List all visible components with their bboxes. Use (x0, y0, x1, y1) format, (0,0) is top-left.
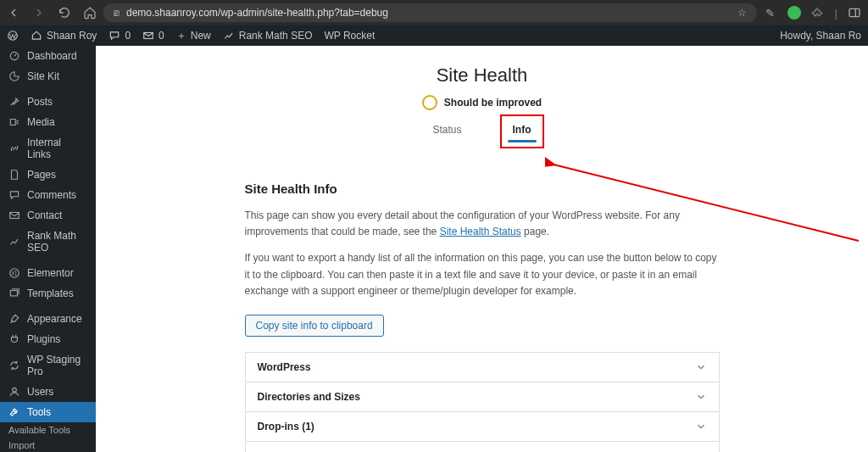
comment-icon (8, 189, 20, 201)
chevron-down-icon (695, 421, 707, 432)
sidebar-item-elementor[interactable]: Elementor (0, 263, 96, 283)
sidebar-item-dashboard[interactable]: Dashboard (0, 46, 96, 66)
sidebar-item-sitekit[interactable]: Site Kit (0, 66, 96, 86)
page-title: Site Health (96, 46, 868, 95)
intro-paragraph-1: This page can show you every detail abou… (245, 208, 720, 240)
adminbar-mail[interactable]: 0 (142, 30, 164, 42)
sidebar-sub-available[interactable]: Available Tools (0, 422, 96, 438)
pencil-icon[interactable]: ✎ (764, 6, 777, 20)
sidebar-item-internallinks[interactable]: Internal Links (0, 132, 96, 165)
mail-icon (8, 209, 20, 221)
intro-paragraph-2: If you want to export a handy list of al… (245, 250, 720, 299)
page-icon (8, 169, 20, 181)
bookmark-star-icon[interactable]: ☆ (737, 7, 747, 19)
adminbar-left: Shaan Roy 0 0 ＋New Rank Math SEO WP Rock… (7, 29, 375, 43)
panel-icon[interactable] (848, 6, 861, 20)
sidebar-item-templates[interactable]: Templates (0, 283, 96, 304)
comment-icon (108, 30, 120, 42)
content-scroll[interactable]: Site Health Should be improved Status In… (96, 46, 868, 452)
link-icon (8, 142, 20, 154)
content-area: Help ▼ Site Health Should be improved St… (96, 46, 868, 452)
sidebar-item-users[interactable]: Users (0, 382, 96, 402)
tab-info[interactable]: Info (504, 119, 540, 144)
chart-icon (8, 236, 20, 248)
accordion: WordPress Directories and Sizes Drop-ins… (245, 352, 720, 452)
tab-status[interactable]: Status (424, 119, 470, 144)
body-block: Site Health Info This page can show you … (245, 181, 720, 452)
pin-icon (8, 96, 20, 108)
sidebar-item-media[interactable]: Media (0, 112, 96, 132)
templates-icon (8, 287, 20, 299)
browser-nav (7, 6, 97, 20)
accordion-directories[interactable]: Directories and Sizes (246, 382, 719, 412)
svg-rect-0 (849, 8, 860, 16)
adminbar-howdy[interactable]: Howdy, Shaan Ro (780, 30, 861, 42)
plug-icon (8, 333, 20, 345)
accordion-dropins[interactable]: Drop-ins (1) (246, 412, 719, 442)
section-heading: Site Health Info (245, 181, 720, 196)
adminbar-site[interactable]: Shaan Roy (31, 30, 97, 42)
forward-icon[interactable] (32, 6, 46, 20)
address-bar[interactable]: ⎚ demo.shaanroy.com/wp-admin/site-health… (103, 3, 757, 22)
back-icon[interactable] (7, 6, 20, 20)
sidebar-item-posts[interactable]: Posts (0, 92, 96, 112)
sitekit-icon (8, 70, 20, 82)
elementor-icon (8, 267, 20, 279)
sidebar-item-wpstaging[interactable]: WP Staging Pro (0, 349, 96, 382)
status-text: Should be improved (444, 97, 542, 109)
sidebar-item-contact[interactable]: Contact (0, 205, 96, 226)
adminbar-new[interactable]: ＋New (176, 29, 211, 43)
chart-icon (223, 30, 235, 42)
sidebar-item-appearance[interactable]: Appearance (0, 309, 96, 329)
home-icon[interactable] (83, 6, 97, 20)
adminbar-comments[interactable]: 0 (108, 30, 131, 42)
svg-point-6 (10, 269, 19, 278)
adminbar-wprocket[interactable]: WP Rocket (324, 30, 375, 42)
wrench-icon (8, 406, 20, 418)
puzzle-icon[interactable] (811, 6, 825, 20)
chevron-down-icon (695, 361, 707, 373)
site-info-icon[interactable]: ⎚ (114, 8, 120, 18)
svg-point-2 (8, 31, 18, 41)
sidebar-item-rankmath[interactable]: Rank Math SEO (0, 226, 96, 258)
wp-wrap: Dashboard Site Kit Posts Media Internal … (0, 46, 868, 452)
home-icon (31, 30, 42, 42)
sidebar-item-tools[interactable]: Tools (0, 402, 96, 422)
mail-icon (142, 30, 154, 42)
accordion-active-theme[interactable]: Active Theme (246, 442, 719, 452)
sidebar-item-pages[interactable]: Pages (0, 165, 96, 185)
chevron-down-icon (695, 391, 707, 403)
content-inner: Site Health Should be improved Status In… (96, 46, 868, 452)
browser-toolbar: ⎚ demo.shaanroy.com/wp-admin/site-health… (0, 0, 868, 25)
url-text: demo.shaanroy.com/wp-admin/site-health.p… (126, 7, 388, 19)
sync-icon (8, 360, 20, 371)
sidebar-sub-import[interactable]: Import (0, 438, 96, 452)
reload-icon[interactable] (58, 6, 71, 20)
sidebar-item-comments[interactable]: Comments (0, 185, 96, 205)
svg-rect-7 (10, 291, 17, 296)
site-health-status-link[interactable]: Site Health Status (440, 226, 521, 237)
status-circle-icon (422, 95, 437, 110)
sidebar-item-plugins[interactable]: Plugins (0, 329, 96, 349)
admin-sidebar: Dashboard Site Kit Posts Media Internal … (0, 46, 96, 452)
adminbar-rankmath[interactable]: Rank Math SEO (223, 30, 313, 42)
user-icon (8, 386, 20, 398)
dashboard-icon (8, 50, 20, 62)
wp-admin-bar: Shaan Roy 0 0 ＋New Rank Math SEO WP Rock… (0, 25, 868, 46)
browser-right-icons: ✎ | (764, 6, 861, 20)
copy-site-info-button[interactable]: Copy site info to clipboard (245, 315, 384, 337)
status-row: Should be improved (96, 95, 868, 110)
wp-logo-icon[interactable] (7, 30, 19, 42)
svg-point-8 (13, 388, 17, 392)
brush-icon (8, 313, 20, 325)
accordion-wordpress[interactable]: WordPress (246, 353, 719, 382)
extension-dot-icon[interactable] (787, 6, 801, 20)
adminbar-site-name: Shaan Roy (47, 30, 97, 42)
plus-icon: ＋ (176, 29, 186, 43)
site-health-tabs: Status Info (96, 119, 868, 144)
media-icon (8, 116, 20, 128)
